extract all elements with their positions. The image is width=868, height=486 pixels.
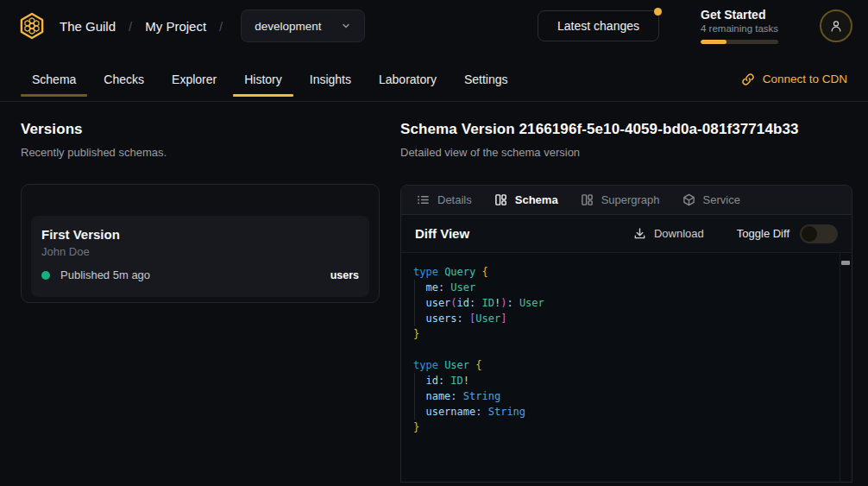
breadcrumb-separator: / <box>219 19 223 34</box>
breadcrumb-separator: / <box>129 19 132 34</box>
breadcrumb-project[interactable]: My Project <box>145 19 206 34</box>
tab-details[interactable]: Details <box>417 193 472 206</box>
chevron-down-icon <box>341 21 351 31</box>
content: Versions Recently published schemas. Fir… <box>0 102 868 483</box>
schema-version-section: Schema Version 2166196f-5e10-4059-bd0a-0… <box>400 121 852 483</box>
notification-dot <box>654 8 662 16</box>
code-line: } <box>413 420 831 435</box>
tab-schema-label: Schema <box>515 193 558 206</box>
tab-schema[interactable]: Schema <box>494 193 558 206</box>
main-nav: Schema Checks Explorer History Insights … <box>0 52 868 102</box>
environment-dropdown-value: development <box>255 20 321 33</box>
progress-bar <box>701 40 778 44</box>
panels-icon <box>581 193 594 206</box>
detail-tab-bar: Details Schema <box>401 186 852 215</box>
progress-fill <box>701 40 726 44</box>
schema-detail-panel: Details Schema <box>400 185 852 483</box>
app-window: The Guild / My Project / development Lat… <box>0 0 868 486</box>
version-list-item[interactable]: First Version John Doe Published 5m ago … <box>31 216 369 297</box>
versions-title: Versions <box>21 121 380 138</box>
nav-tab-settings[interactable]: Settings <box>453 57 519 101</box>
download-label: Download <box>654 227 704 240</box>
connect-to-cdn-label: Connect to CDN <box>763 73 847 85</box>
toggle-diff-switch[interactable] <box>800 224 838 243</box>
version-author: John Doe <box>41 245 359 258</box>
toggle-diff-label: Toggle Diff <box>737 227 789 240</box>
hive-logo[interactable] <box>17 11 47 41</box>
panels-icon <box>494 193 507 206</box>
published-status-dot <box>41 271 50 280</box>
latest-changes-label: Latest changes <box>557 19 639 33</box>
download-icon <box>633 227 646 240</box>
version-name: First Version <box>41 227 359 242</box>
service-badge: users <box>330 269 359 281</box>
diff-view-title: Diff View <box>415 226 469 241</box>
diff-toolbar: Diff View Download Toggle Diff <box>401 215 852 253</box>
breadcrumb-org[interactable]: The Guild <box>60 19 116 34</box>
switch-knob <box>802 226 817 242</box>
hive-hexagon-icon <box>18 12 46 40</box>
tab-supergraph[interactable]: Supergraph <box>581 193 660 206</box>
nav-tab-laboratory[interactable]: Laboratory <box>368 57 448 101</box>
code-line: name: String <box>413 388 831 404</box>
top-bar: The Guild / My Project / development Lat… <box>0 0 868 52</box>
code-editor: type Query { me: User user(id: ID!): Use… <box>401 253 852 482</box>
nav-tab-checks[interactable]: Checks <box>92 57 155 101</box>
code-line: me: User <box>413 280 831 295</box>
code-lines: type Query { me: User user(id: ID!): Use… <box>413 264 831 435</box>
versions-subtitle: Recently published schemas. <box>21 146 380 159</box>
get-started-title: Get Started <box>701 8 780 22</box>
code-line: id: ID! <box>413 373 831 388</box>
code-line: } <box>413 326 831 342</box>
code-line: users: [User] <box>413 311 831 326</box>
scrollbar-thumb[interactable] <box>841 261 850 265</box>
environment-dropdown[interactable]: development <box>241 9 364 42</box>
link-icon <box>741 73 755 86</box>
download-button[interactable]: Download <box>633 227 704 240</box>
get-started-card[interactable]: Get Started 4 remaining tasks <box>701 8 780 44</box>
code-line: user(id: ID!): User <box>413 295 831 311</box>
code-line: type User { <box>413 357 831 373</box>
scrollbar-track <box>840 253 840 482</box>
versions-section: Versions Recently published schemas. Fir… <box>21 121 380 483</box>
nav-tab-schema[interactable]: Schema <box>21 57 87 101</box>
avatar[interactable] <box>820 9 852 42</box>
nav-tab-explorer[interactable]: Explorer <box>160 57 228 101</box>
versions-list-card: First Version John Doe Published 5m ago … <box>21 184 380 303</box>
cube-icon <box>682 193 695 206</box>
tab-supergraph-label: Supergraph <box>601 193 660 206</box>
code-line: type Query { <box>413 264 831 280</box>
nav-tab-insights[interactable]: Insights <box>299 57 362 101</box>
indent-guide <box>414 280 415 326</box>
tab-details-label: Details <box>437 193 472 206</box>
person-icon <box>828 18 844 34</box>
indent-guide <box>414 373 415 420</box>
nav-tab-history[interactable]: History <box>233 57 293 101</box>
version-status: Published 5m ago <box>60 268 150 281</box>
get-started-subtitle: 4 remaining tasks <box>701 23 780 34</box>
code-line: username: String <box>413 404 831 420</box>
schema-version-title: Schema Version 2166196f-5e10-4059-bd0a-0… <box>400 121 852 138</box>
schema-version-subtitle: Detailed view of the schema version <box>400 146 852 159</box>
tab-service-label: Service <box>703 193 740 206</box>
list-icon <box>417 193 430 206</box>
code-line <box>413 342 831 357</box>
tab-service[interactable]: Service <box>682 193 740 206</box>
connect-to-cdn-link[interactable]: Connect to CDN <box>741 73 847 86</box>
latest-changes-button[interactable]: Latest changes <box>538 10 659 41</box>
version-meta-row: Published 5m ago users <box>41 268 359 281</box>
